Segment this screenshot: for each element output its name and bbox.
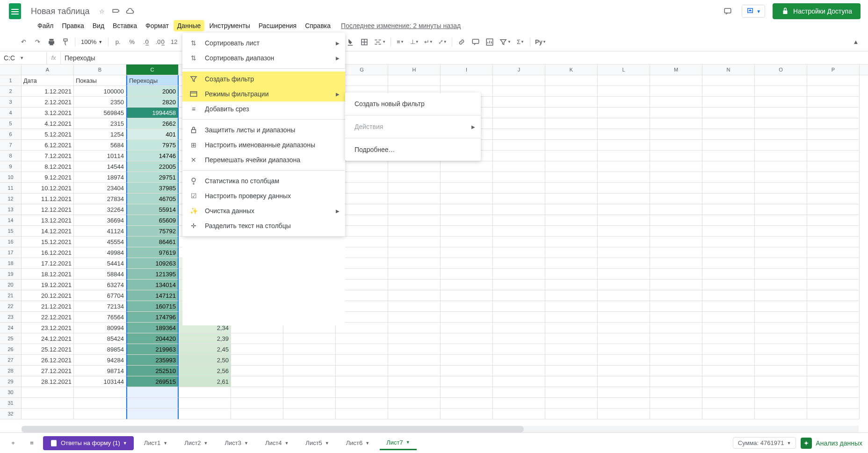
cell[interactable] — [807, 172, 860, 183]
cell[interactable] — [702, 75, 755, 86]
cell[interactable] — [702, 398, 755, 409]
move-icon[interactable] — [111, 7, 121, 16]
row-header[interactable]: 24 — [0, 323, 22, 333]
last-edit-link[interactable]: Последнее изменение: 2 минуты назад — [341, 22, 461, 29]
all-sheets-button[interactable]: ≡ — [24, 436, 39, 451]
row-header[interactable]: 26 — [0, 344, 22, 355]
cell[interactable]: 569845 — [74, 108, 126, 118]
cell[interactable]: 63274 — [74, 280, 126, 290]
cell[interactable]: 54414 — [74, 258, 126, 269]
cell[interactable] — [441, 312, 493, 323]
undo-icon[interactable]: ↶ — [17, 36, 30, 49]
cell[interactable] — [493, 75, 545, 86]
cell[interactable] — [545, 183, 598, 194]
cell[interactable]: 18.12.2021 — [22, 269, 74, 280]
cell[interactable] — [598, 409, 650, 419]
column-header-L[interactable]: L — [598, 65, 650, 75]
row-header[interactable]: 4 — [0, 108, 22, 118]
cell[interactable] — [441, 226, 493, 237]
cell[interactable] — [650, 194, 702, 204]
cell[interactable] — [545, 290, 598, 301]
cell[interactable]: Дата — [22, 75, 74, 86]
cell[interactable] — [493, 215, 545, 226]
cell[interactable]: 32264 — [74, 204, 126, 215]
cell[interactable] — [493, 312, 545, 323]
cell[interactable] — [650, 301, 702, 312]
cell[interactable] — [493, 151, 545, 161]
cell[interactable] — [598, 226, 650, 237]
cell[interactable]: 20.12.2021 — [22, 290, 74, 301]
borders-icon[interactable] — [358, 36, 371, 49]
cell[interactable] — [755, 258, 807, 269]
cell[interactable] — [702, 151, 755, 161]
cell[interactable] — [388, 247, 441, 258]
cell[interactable]: 109263 — [126, 258, 179, 269]
menu-insert[interactable]: Вставка — [109, 20, 141, 31]
cell[interactable] — [702, 376, 755, 387]
cell[interactable]: 204420 — [126, 333, 179, 344]
sheets-logo[interactable] — [6, 2, 24, 21]
cell[interactable] — [702, 215, 755, 226]
cell[interactable] — [807, 398, 860, 409]
cell[interactable] — [598, 215, 650, 226]
cell[interactable] — [231, 333, 283, 344]
cell[interactable] — [702, 366, 755, 376]
formula-bar[interactable]: Переходы — [61, 54, 868, 62]
cell[interactable] — [650, 161, 702, 172]
cell[interactable] — [650, 333, 702, 344]
cell[interactable] — [598, 97, 650, 108]
cell[interactable] — [545, 323, 598, 333]
cell[interactable] — [283, 355, 336, 366]
cell[interactable] — [702, 108, 755, 118]
cell[interactable] — [702, 333, 755, 344]
cell[interactable] — [807, 323, 860, 333]
cell[interactable] — [755, 366, 807, 376]
cell[interactable]: 86461 — [126, 237, 179, 247]
cell[interactable]: 1994458 — [126, 108, 179, 118]
cell[interactable] — [650, 204, 702, 215]
cell[interactable] — [702, 97, 755, 108]
cell[interactable]: 219963 — [126, 344, 179, 355]
cell[interactable] — [702, 280, 755, 290]
cell[interactable]: 5684 — [74, 140, 126, 151]
cell[interactable] — [545, 366, 598, 376]
cell[interactable]: 46705 — [126, 194, 179, 204]
cell[interactable] — [179, 387, 231, 398]
row-header[interactable]: 12 — [0, 194, 22, 204]
cell[interactable] — [650, 387, 702, 398]
cell[interactable] — [598, 237, 650, 247]
cell[interactable]: 9.12.2021 — [22, 172, 74, 183]
cell[interactable] — [650, 97, 702, 108]
cell[interactable] — [650, 323, 702, 333]
cell[interactable] — [598, 247, 650, 258]
menu-add-slicer[interactable]: ≡Добавить срез — [182, 101, 345, 116]
cell[interactable] — [702, 161, 755, 172]
cell[interactable] — [755, 97, 807, 108]
row-header[interactable]: 22 — [0, 301, 22, 312]
cell[interactable] — [807, 161, 860, 172]
cell[interactable] — [650, 398, 702, 409]
cell[interactable] — [598, 301, 650, 312]
merge-cells-icon[interactable]: ▼ — [372, 36, 388, 49]
cell[interactable] — [755, 204, 807, 215]
menu-cleanup[interactable]: ✨Очистка данных▶ — [182, 203, 345, 218]
cell[interactable] — [650, 118, 702, 129]
cell[interactable]: 2000 — [126, 86, 179, 97]
cell[interactable] — [598, 280, 650, 290]
menu-sort-range[interactable]: ⇅Сортировать диапазон▶ — [182, 50, 345, 65]
cell[interactable] — [388, 290, 441, 301]
cell[interactable]: 2,39 — [179, 333, 231, 344]
cell[interactable] — [650, 86, 702, 97]
cell[interactable] — [807, 118, 860, 129]
cell[interactable] — [807, 140, 860, 151]
row-header[interactable]: 29 — [0, 376, 22, 387]
cell[interactable] — [336, 398, 388, 409]
cell[interactable] — [702, 355, 755, 366]
cell[interactable] — [755, 215, 807, 226]
row-header[interactable]: 32 — [0, 409, 22, 419]
cell[interactable] — [493, 237, 545, 247]
cell[interactable]: 67704 — [74, 290, 126, 301]
cell[interactable] — [441, 344, 493, 355]
cell[interactable]: 16.12.2021 — [22, 247, 74, 258]
cell[interactable] — [755, 86, 807, 97]
